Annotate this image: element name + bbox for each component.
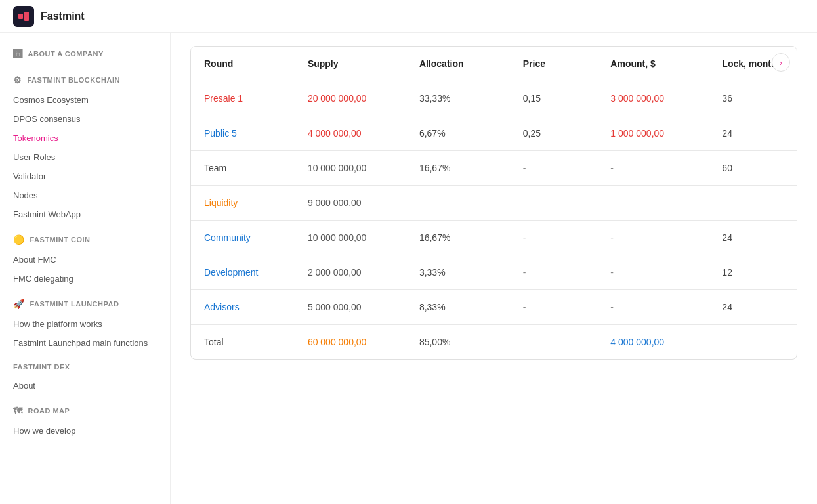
app-title: Fastmint: [41, 10, 85, 22]
sidebar-item-user-roles[interactable]: User Roles: [0, 148, 170, 167]
cell-round-0: Presale 1: [191, 81, 295, 116]
table-row: Public 54 000 000,006,67%0,251 000 000,0…: [191, 116, 797, 151]
cell-allocation-2: 16,67%: [406, 151, 510, 186]
cell-lock-3: [709, 186, 797, 220]
table-row: Community10 000 000,0016,67%--24: [191, 220, 797, 255]
cell-amount-4: -: [597, 220, 709, 255]
cell-lock-5: 12: [709, 255, 797, 290]
sidebar-section-roadmap: 🗺 ROAD MAP How we develop: [0, 400, 170, 440]
sidebar-section-about: 🅰 ABOUT A COMPANY: [0, 43, 170, 64]
sidebar-item-how-develop[interactable]: How we develop: [0, 421, 170, 440]
tokenomics-table: Round Supply Allocation Price Amount, $ …: [191, 47, 797, 359]
coin-icon: 🟡: [13, 234, 25, 245]
cell-price-7: [510, 325, 598, 360]
cell-price-2: -: [510, 151, 598, 186]
sidebar-section-label-about: ABOUT A COMPANY: [28, 50, 104, 58]
sidebar-section-label-coin: FASTMINT COIN: [30, 236, 91, 243]
blockchain-icon: ⚙: [13, 75, 22, 85]
table-row: Total60 000 000,0085,00%4 000 000,00: [191, 325, 797, 360]
cell-price-0: 0,15: [510, 81, 598, 116]
table-header-row: Round Supply Allocation Price Amount, $ …: [191, 47, 797, 81]
sidebar-section-launchpad: 🚀 FASTMINT LAUNCHPAD How the platform wo…: [0, 293, 170, 352]
logo-icon: [13, 6, 34, 27]
cell-round-5: Development: [191, 255, 295, 290]
sidebar-item-nodes[interactable]: Nodes: [0, 186, 170, 205]
col-header-amount: Amount, $: [597, 47, 709, 81]
cell-allocation-5: 3,33%: [406, 255, 510, 290]
main-content: › Round Supply Allocation Price Amount, …: [171, 33, 817, 504]
sidebar-item-validator[interactable]: Validator: [0, 167, 170, 186]
sidebar-section-label-launchpad: FASTMINT LAUNCHPAD: [30, 300, 119, 308]
sidebar-section-dex: FASTMINT DEX About: [0, 358, 170, 395]
sidebar-section-header-about: 🅰 ABOUT A COMPANY: [0, 43, 170, 64]
sidebar-item-platform-works[interactable]: How the platform works: [0, 314, 170, 333]
sidebar-item-tokenomics[interactable]: Tokenomics: [0, 129, 170, 148]
sidebar-item-dpos[interactable]: DPOS consensus: [0, 110, 170, 129]
sidebar-section-blockchain: ⚙ FASTMINT BLOCKCHAIN Cosmos Ecosystem D…: [0, 70, 170, 224]
cell-round-7: Total: [191, 325, 295, 360]
cell-round-2: Team: [191, 151, 295, 186]
cell-supply-2: 10 000 000,00: [295, 151, 406, 186]
cell-supply-3: 9 000 000,00: [295, 186, 406, 220]
cell-supply-5: 2 000 000,00: [295, 255, 406, 290]
cell-allocation-7: 85,00%: [406, 325, 510, 360]
cell-allocation-3: [406, 186, 510, 220]
table-row: Liquidity9 000 000,00: [191, 186, 797, 220]
sidebar-section-label-roadmap: ROAD MAP: [28, 407, 70, 415]
sidebar-item-cosmos[interactable]: Cosmos Ecosystem: [0, 91, 170, 110]
cell-allocation-6: 8,33%: [406, 290, 510, 325]
cell-price-6: -: [510, 290, 598, 325]
sidebar-section-header-blockchain: ⚙ FASTMINT BLOCKCHAIN: [0, 70, 170, 91]
sidebar-item-dex-about[interactable]: About: [0, 376, 170, 395]
cell-lock-1: 24: [709, 116, 797, 151]
cell-amount-2: -: [597, 151, 709, 186]
cell-amount-6: -: [597, 290, 709, 325]
cell-price-3: [510, 186, 598, 220]
svg-rect-1: [24, 12, 29, 21]
cell-allocation-1: 6,67%: [406, 116, 510, 151]
sidebar-section-header-roadmap: 🗺 ROAD MAP: [0, 400, 170, 421]
cell-round-6: Advisors: [191, 290, 295, 325]
sidebar: 🅰 ABOUT A COMPANY ⚙ FASTMINT BLOCKCHAIN …: [0, 33, 171, 504]
cell-amount-3: [597, 186, 709, 220]
sidebar-section-header-coin: 🟡 FASTMINT COIN: [0, 229, 170, 250]
col-header-supply: Supply: [295, 47, 406, 81]
cell-supply-7: 60 000 000,00: [295, 325, 406, 360]
sidebar-item-launchpad-functions[interactable]: Fastmint Launchpad main functions: [0, 333, 170, 352]
layout: 🅰 ABOUT A COMPANY ⚙ FASTMINT BLOCKCHAIN …: [0, 33, 817, 504]
cell-allocation-4: 16,67%: [406, 220, 510, 255]
sidebar-section-label-dex: FASTMINT DEX: [13, 363, 70, 371]
svg-rect-0: [18, 14, 23, 19]
cell-lock-6: 24: [709, 290, 797, 325]
header: Fastmint: [0, 0, 817, 33]
cell-price-5: -: [510, 255, 598, 290]
launchpad-icon: 🚀: [13, 299, 25, 309]
cell-amount-1: 1 000 000,00: [597, 116, 709, 151]
cell-lock-2: 60: [709, 151, 797, 186]
col-header-price: Price: [510, 47, 598, 81]
sidebar-section-label-blockchain: FASTMINT BLOCKCHAIN: [28, 76, 121, 84]
col-header-round: Round: [191, 47, 295, 81]
table-row: Team10 000 000,0016,67%--60: [191, 151, 797, 186]
cell-lock-7: [709, 325, 797, 360]
cell-lock-4: 24: [709, 220, 797, 255]
sidebar-item-fmc-delegating[interactable]: FMC delegating: [0, 269, 170, 288]
scroll-right-button[interactable]: ›: [772, 53, 790, 72]
cell-amount-7: 4 000 000,00: [597, 325, 709, 360]
sidebar-section-header-dex: FASTMINT DEX: [0, 358, 170, 376]
about-icon: 🅰: [13, 49, 23, 59]
cell-round-1: Public 5: [191, 116, 295, 151]
sidebar-section-coin: 🟡 FASTMINT COIN About FMC FMC delegating: [0, 229, 170, 288]
table-row: Presale 120 000 000,0033,33%0,153 000 00…: [191, 81, 797, 116]
col-header-allocation: Allocation: [406, 47, 510, 81]
cell-supply-1: 4 000 000,00: [295, 116, 406, 151]
cell-supply-6: 5 000 000,00: [295, 290, 406, 325]
table-row: Advisors5 000 000,008,33%--24: [191, 290, 797, 325]
cell-round-4: Community: [191, 220, 295, 255]
sidebar-item-about-fmc[interactable]: About FMC: [0, 250, 170, 269]
table-scroll-container[interactable]: Round Supply Allocation Price Amount, $ …: [191, 47, 797, 359]
cell-lock-0: 36: [709, 81, 797, 116]
cell-amount-5: -: [597, 255, 709, 290]
tokenomics-table-wrapper: › Round Supply Allocation Price Amount, …: [190, 46, 797, 360]
sidebar-item-webapp[interactable]: Fastmint WebApp: [0, 205, 170, 224]
